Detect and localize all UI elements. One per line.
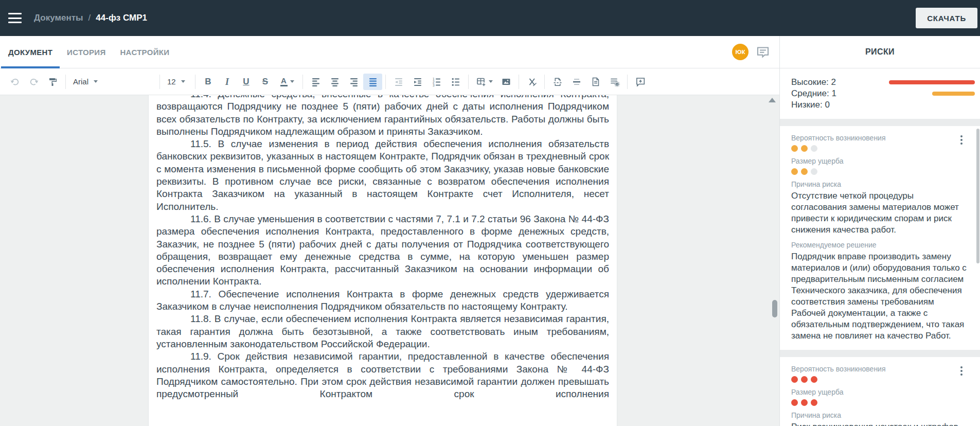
document-paragraph[interactable]: 11.8. В случае, если обеспечением исполн… — [156, 313, 609, 350]
insert-table-icon[interactable] — [472, 74, 496, 90]
comments-icon[interactable] — [756, 46, 770, 58]
risk-level-dot — [791, 376, 798, 383]
avatar[interactable]: ЮК — [732, 44, 749, 60]
toolbar-divider — [519, 75, 519, 89]
tab-settings[interactable]: НАСТРОЙКИ — [113, 36, 176, 68]
editor-scrollbar-thumb[interactable] — [772, 300, 777, 317]
risk-summary-label: Высокие: 2 — [791, 77, 836, 87]
risk-summary: Высокие: 2Средние: 1Низкие: 0 — [780, 68, 980, 119]
outdent-icon[interactable] — [389, 74, 408, 90]
font-family-select[interactable]: Arial — [69, 74, 156, 90]
risk-level-dot — [791, 168, 798, 175]
horizontal-rule-icon[interactable] — [567, 74, 586, 90]
risk-field-label: Вероятность возникновения — [791, 133, 969, 143]
risk-field-label: Вероятность возникновения — [791, 364, 969, 374]
font-family-select-value: Arial — [73, 77, 88, 86]
editor-canvas: 11.4. Денежные средства, внесенные в кач… — [0, 95, 779, 426]
topbar: Документы / 44-фз СМР1 СКАЧАТЬ — [0, 0, 980, 36]
bold-icon[interactable]: B — [199, 74, 218, 90]
toolbar-divider — [195, 75, 195, 89]
risk-level-dot — [791, 145, 798, 152]
risk-level-dots — [791, 145, 969, 152]
scroll-up-icon[interactable] — [769, 98, 776, 102]
download-button[interactable]: СКАЧАТЬ — [916, 8, 977, 28]
risk-reason-text: Риск возникновения неустоек и штрафов из… — [791, 421, 969, 426]
align-justify-icon[interactable] — [363, 74, 382, 90]
risk-summary-label: Низкие: 0 — [791, 100, 830, 110]
risk-level-dots — [791, 399, 969, 406]
insert-image-icon[interactable] — [496, 74, 515, 90]
ordered-list-icon[interactable]: 123 — [427, 74, 446, 90]
chevron-down-icon — [290, 80, 294, 83]
main-area: ДОКУМЕНТИСТОРИЯНАСТРОЙКИ ЮК Arial12BIUSA… — [0, 36, 980, 426]
page-break-icon[interactable] — [548, 74, 567, 90]
tab-label: НАСТРОЙКИ — [120, 48, 169, 57]
format-paint-icon[interactable] — [43, 74, 62, 90]
document-content: 11.4. Денежные средства, внесенные в кач… — [156, 95, 609, 400]
tab-history[interactable]: ИСТОРИЯ — [60, 36, 113, 68]
chevron-down-icon — [181, 80, 185, 83]
undo-icon[interactable] — [5, 74, 24, 90]
font-size-select[interactable]: 12 — [163, 74, 192, 90]
clear-formatting-icon[interactable] — [522, 74, 541, 90]
document-page[interactable]: 11.4. Денежные средства, внесенные в кач… — [148, 95, 617, 426]
tab-document[interactable]: ДОКУМЕНТ — [1, 36, 60, 68]
document-paragraph[interactable]: 11.6. В случае уменьшения в соответствии… — [156, 213, 609, 288]
toolbar-divider — [302, 75, 303, 89]
breadcrumb-documents[interactable]: Документы — [34, 13, 83, 23]
risk-summary-row: Средние: 1 — [791, 88, 975, 99]
align-left-icon[interactable] — [306, 74, 325, 90]
kebab-menu-icon[interactable] — [959, 134, 964, 146]
risk-field-label: Причина риска — [791, 411, 969, 420]
document-paragraph[interactable]: 11.4. Денежные средства, внесенные в кач… — [156, 95, 609, 138]
markup-settings-icon[interactable] — [605, 74, 624, 90]
risk-card: Вероятность возникновенияРазмер ущербаПр… — [780, 126, 980, 350]
add-comment-icon[interactable] — [631, 74, 650, 90]
risk-level-dot — [801, 168, 808, 175]
risk-field-label: Размер ущерба — [791, 156, 969, 166]
document-paragraph[interactable]: 11.9. Срок действия независимой гарантии… — [156, 350, 609, 400]
unordered-list-icon[interactable] — [446, 74, 465, 90]
align-right-icon[interactable] — [344, 74, 363, 90]
risk-field-label: Причина риска — [791, 180, 969, 189]
risk-level-dots — [791, 168, 969, 175]
align-center-icon[interactable] — [325, 74, 344, 90]
indent-icon[interactable] — [408, 74, 427, 90]
breadcrumb-separator: / — [88, 13, 91, 23]
tabs: ДОКУМЕНТИСТОРИЯНАСТРОЙКИ — [1, 36, 176, 68]
editor-pane: ДОКУМЕНТИСТОРИЯНАСТРОЙКИ ЮК Arial12BIUSA… — [0, 36, 779, 426]
toolbar-divider — [159, 75, 160, 89]
risks-panel-title: РИСКИ — [780, 36, 980, 68]
document-paragraph[interactable]: 11.7. Обеспечение исполнения Контракта в… — [156, 288, 609, 313]
risk-level-dot — [811, 399, 817, 406]
menu-icon[interactable] — [8, 13, 22, 23]
chevron-down-icon — [489, 80, 493, 83]
text-color-icon[interactable]: A — [275, 74, 299, 90]
risk-cards: Вероятность возникновенияРазмер ущербаПр… — [780, 126, 980, 426]
italic-icon[interactable]: I — [218, 74, 237, 90]
toolbar-divider — [468, 75, 469, 89]
risks-panel: РИСКИ Высокие: 2Средние: 1Низкие: 0 Веро… — [779, 36, 980, 426]
risk-level-dot — [801, 145, 808, 152]
document-paragraph[interactable]: 11.5. В случае изменения в период действ… — [156, 138, 609, 213]
app-root: Документы / 44-фз СМР1 СКАЧАТЬ ДОКУМЕНТИ… — [0, 0, 980, 426]
strikethrough-icon[interactable]: S — [256, 74, 275, 90]
editor-toolbar: Arial12BIUSA123 — [0, 68, 779, 95]
risk-level-dot — [801, 376, 808, 383]
tabrow-right: ЮК — [732, 36, 779, 68]
risk-level-dot — [801, 399, 808, 406]
risks-panel-body: Высокие: 2Средние: 1Низкие: 0 Вероятност… — [780, 68, 980, 426]
risk-summary-bar — [889, 80, 975, 84]
risk-solution-text: Подрядчик вправе производить замену мате… — [791, 251, 969, 342]
risk-field-label: Размер ущерба — [791, 387, 969, 397]
toolbar-divider — [627, 75, 628, 89]
page-template-icon[interactable] — [586, 74, 605, 90]
tab-label: ИСТОРИЯ — [67, 48, 105, 57]
risk-summary-row: Низкие: 0 — [791, 99, 975, 111]
risks-scrollbar-thumb[interactable] — [976, 129, 979, 263]
toolbar-divider — [65, 75, 66, 89]
underline-icon[interactable]: U — [237, 74, 256, 90]
kebab-menu-icon[interactable] — [959, 365, 964, 377]
breadcrumb: Документы / 44-фз СМР1 — [34, 13, 147, 23]
redo-icon[interactable] — [24, 74, 43, 90]
